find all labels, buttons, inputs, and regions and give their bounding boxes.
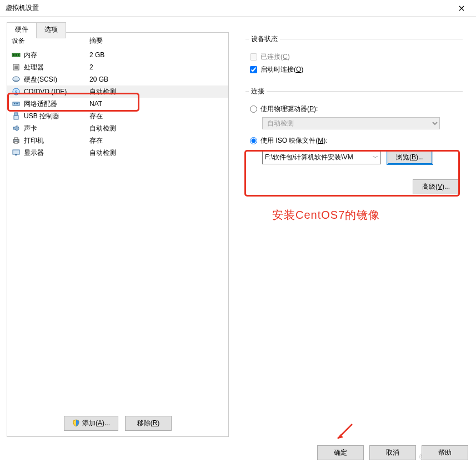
svg-rect-3: [16, 54, 17, 56]
tab-hardware[interactable]: 硬件: [7, 22, 37, 38]
dialog-buttons: 确定 取消 帮助: [317, 445, 468, 460]
connect-on-power-row[interactable]: 启动时连接(O): [249, 65, 459, 74]
chevron-down-icon: ﹀: [373, 154, 378, 162]
connection-legend: 连接: [249, 87, 267, 96]
ok-button[interactable]: 确定: [317, 445, 364, 460]
svg-rect-12: [14, 103, 15, 104]
settings-panel: 设备状态 已连接(C) 启动时连接(O) 连接 使用物理驱动器(P): 自动检测…: [229, 32, 469, 437]
close-button[interactable]: [450, 1, 473, 16]
iso-file-radio[interactable]: [250, 137, 257, 144]
svg-rect-19: [14, 142, 18, 143]
tab-bar: 硬件 选项: [7, 22, 476, 38]
cpu-icon: [12, 63, 21, 72]
iso-path-combo[interactable]: F:\软件包\计算机软件安装\VM ﹀: [262, 151, 381, 164]
list-item-sound[interactable]: 声卡 自动检测: [7, 122, 228, 134]
physical-drive-select: 自动检测: [262, 117, 440, 129]
svg-rect-6: [14, 66, 18, 69]
list-item-display[interactable]: 显示器 自动检测: [7, 147, 228, 159]
help-button[interactable]: 帮助: [422, 445, 468, 460]
connect-on-power-checkbox[interactable]: [250, 66, 257, 73]
printer-icon: [12, 136, 21, 145]
device-panel: 设备 摘要 内存 2 GB 处理器 2 硬盘(SCSI) 20 GB CD/DV…: [7, 32, 229, 437]
device-list: 内存 2 GB 处理器 2 硬盘(SCSI) 20 GB CD/DVD (IDE…: [7, 48, 228, 436]
svg-point-8: [13, 77, 19, 81]
svg-rect-20: [13, 150, 19, 154]
disk-icon: [12, 75, 21, 84]
physical-drive-radio[interactable]: [250, 105, 257, 113]
cancel-button[interactable]: 取消: [369, 445, 416, 460]
svg-rect-18: [14, 138, 18, 139]
list-item-cddvd[interactable]: CD/DVD (IDE) 自动检测: [7, 85, 228, 98]
sound-icon: [12, 124, 21, 133]
svg-rect-4: [18, 54, 19, 56]
cd-icon: [12, 87, 21, 96]
svg-rect-21: [15, 154, 17, 155]
list-item-usb[interactable]: USB 控制器 存在: [7, 110, 228, 122]
list-item-memory[interactable]: 内存 2 GB: [7, 49, 228, 61]
window-title: 虚拟机设置: [6, 3, 450, 13]
usb-icon: [12, 112, 21, 120]
iso-path-row: F:\软件包\计算机软件安装\VM ﹀ 浏览(B)...: [262, 150, 459, 165]
physical-drive-row[interactable]: 使用物理驱动器(P):: [249, 104, 459, 114]
list-item-disk[interactable]: 硬盘(SCSI) 20 GB: [7, 73, 228, 85]
advanced-button[interactable]: 高级(V)...: [413, 179, 459, 194]
tab-options[interactable]: 选项: [36, 22, 66, 38]
svg-rect-15: [14, 113, 18, 115]
svg-rect-13: [16, 103, 17, 104]
svg-rect-14: [17, 103, 18, 104]
list-item-network[interactable]: 网络适配器 NAT: [7, 98, 228, 110]
svg-rect-2: [14, 54, 16, 56]
close-icon: [459, 6, 464, 11]
svg-point-10: [16, 91, 17, 93]
device-status-group: 设备状态 已连接(C) 启动时连接(O): [245, 34, 463, 79]
network-icon: [12, 99, 21, 108]
add-device-button[interactable]: 添加(A)...: [64, 416, 118, 431]
advanced-row: 高级(V)...: [245, 179, 463, 194]
title-bar: 虚拟机设置: [0, 0, 476, 17]
connection-group: 连接 使用物理驱动器(P): 自动检测 使用 ISO 映像文件(M): F:\软…: [245, 87, 463, 172]
svg-rect-16: [14, 115, 18, 119]
dialog-body: 设备 摘要 内存 2 GB 处理器 2 硬盘(SCSI) 20 GB CD/DV…: [7, 32, 469, 437]
display-icon: [12, 148, 21, 157]
browse-button[interactable]: 浏览(B)...: [387, 150, 433, 165]
device-buttons: 添加(A)... 移除(R): [7, 416, 228, 431]
connected-checkbox: [250, 53, 257, 61]
svg-rect-1: [13, 54, 14, 56]
remove-device-button[interactable]: 移除(R): [125, 416, 172, 431]
memory-icon: [12, 51, 21, 59]
list-item-printer[interactable]: 打印机 存在: [7, 134, 228, 147]
shield-icon: [72, 419, 80, 427]
iso-file-row[interactable]: 使用 ISO 映像文件(M):: [249, 136, 459, 145]
connected-checkbox-row: 已连接(C): [249, 52, 459, 62]
list-item-cpu[interactable]: 处理器 2: [7, 61, 228, 73]
